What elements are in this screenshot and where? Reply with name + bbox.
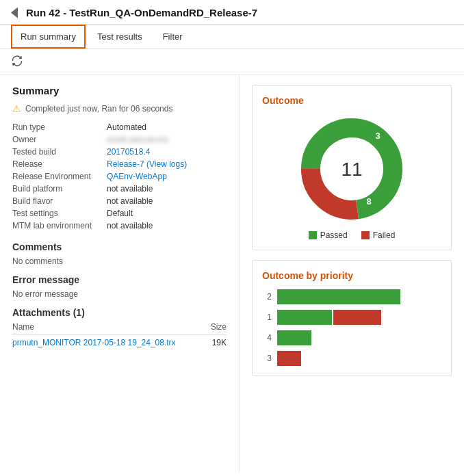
value-test-settings: Default xyxy=(107,209,227,218)
comments-title: Comments xyxy=(12,241,227,252)
value-owner: anuiti panuaruna xyxy=(107,135,227,144)
attachments-title: Attachments (1) xyxy=(12,307,227,318)
info-grid: Run type Automated Owner anuiti panuarun… xyxy=(12,122,227,230)
tab-filter[interactable]: Filter xyxy=(154,25,192,48)
value-release[interactable]: Release-7 (View logs) xyxy=(107,159,227,169)
tab-test-results[interactable]: Test results xyxy=(88,25,151,48)
priority-section: Outcome by priority 2 1 xyxy=(252,260,452,376)
bar-green-4 xyxy=(277,330,311,345)
comments-text: No comments xyxy=(12,256,227,266)
attachment-size: 19K xyxy=(212,338,227,347)
label-release: Release xyxy=(12,159,101,169)
title-bar: Run 42 - TestRun_QA-OnDemandRD_Release-7 xyxy=(0,0,464,25)
svg-text:3: 3 xyxy=(375,131,380,141)
priority-row-3: 3 xyxy=(262,351,441,366)
right-panel: Outcome 3 8 11 xyxy=(240,75,464,472)
value-build-flavor: not available xyxy=(107,196,227,206)
value-release-env[interactable]: QAEnv-WebApp xyxy=(107,172,227,181)
tab-run-summary[interactable]: Run summary xyxy=(11,25,86,49)
toolbar xyxy=(0,49,464,75)
priority-label-2: 2 xyxy=(262,292,272,302)
legend-failed-color xyxy=(361,231,370,239)
left-panel: Summary ⚠ Completed just now, Ran for 06… xyxy=(0,75,240,472)
priority-label-4: 4 xyxy=(262,333,272,343)
donut-center-number: 11 xyxy=(341,159,362,180)
label-tested-build: Tested build xyxy=(12,147,101,157)
bar-green-1 xyxy=(277,310,332,325)
col-name: Name xyxy=(12,322,34,332)
warning-icon: ⚠ xyxy=(12,103,21,114)
col-size: Size xyxy=(211,322,227,332)
attachments-header: Name Size xyxy=(12,322,227,335)
donut-chart: 3 8 11 xyxy=(297,114,407,224)
label-build-platform: Build platform xyxy=(12,184,101,194)
warning-row: ⚠ Completed just now, Ran for 06 seconds xyxy=(12,103,227,114)
bar-green-2 xyxy=(277,289,400,304)
label-build-flavor: Build flavor xyxy=(12,196,101,206)
value-build-platform: not available xyxy=(107,184,227,194)
donut-container: 3 8 11 xyxy=(262,114,441,224)
value-mtm-lab: not available xyxy=(107,221,227,230)
legend-passed-label: Passed xyxy=(320,230,348,240)
value-tested-build[interactable]: 20170518.4 xyxy=(107,147,227,157)
summary-section-title: Summary xyxy=(12,85,227,96)
error-text: No error message xyxy=(12,289,227,299)
error-title: Error message xyxy=(12,274,227,285)
outcome-title: Outcome xyxy=(262,95,441,106)
legend: Passed Failed xyxy=(262,230,441,240)
priority-row-4: 4 xyxy=(262,330,441,345)
priority-chart: 2 1 4 xyxy=(262,289,441,366)
priority-bars-1 xyxy=(277,310,441,325)
label-owner: Owner xyxy=(12,135,101,144)
attachment-link[interactable]: prmutn_MONITOR 2017-05-18 19_24_08.trx xyxy=(12,338,176,347)
priority-bars-4 xyxy=(277,330,441,345)
tabs-bar: Run summary Test results Filter xyxy=(0,25,464,49)
priority-bars-2 xyxy=(277,289,441,304)
label-release-env: Release Environment xyxy=(12,172,101,181)
label-run-type: Run type xyxy=(12,122,101,132)
svg-text:8: 8 xyxy=(366,196,371,207)
main-content: Summary ⚠ Completed just now, Ran for 06… xyxy=(0,75,464,472)
value-run-type: Automated xyxy=(107,122,227,132)
bar-red-1 xyxy=(333,310,381,325)
priority-title: Outcome by priority xyxy=(262,270,441,281)
bar-red-3 xyxy=(277,351,301,366)
outcome-section: Outcome 3 8 11 xyxy=(252,85,452,250)
refresh-button[interactable] xyxy=(11,55,23,67)
priority-label-1: 1 xyxy=(262,313,272,322)
back-icon[interactable] xyxy=(11,8,18,18)
page-title: Run 42 - TestRun_QA-OnDemandRD_Release-7 xyxy=(26,7,257,18)
priority-label-3: 3 xyxy=(262,354,272,363)
priority-row-1: 1 xyxy=(262,310,441,325)
label-mtm-lab: MTM lab environment xyxy=(12,221,101,230)
legend-failed: Failed xyxy=(361,230,396,240)
priority-bars-3 xyxy=(277,351,441,366)
legend-failed-label: Failed xyxy=(373,230,396,240)
attachment-row: prmutn_MONITOR 2017-05-18 19_24_08.trx 1… xyxy=(12,335,227,350)
warning-text: Completed just now, Ran for 06 seconds xyxy=(25,104,172,114)
legend-passed-color xyxy=(309,231,317,239)
priority-row-2: 2 xyxy=(262,289,441,304)
label-test-settings: Test settings xyxy=(12,209,101,218)
legend-passed: Passed xyxy=(309,230,348,240)
